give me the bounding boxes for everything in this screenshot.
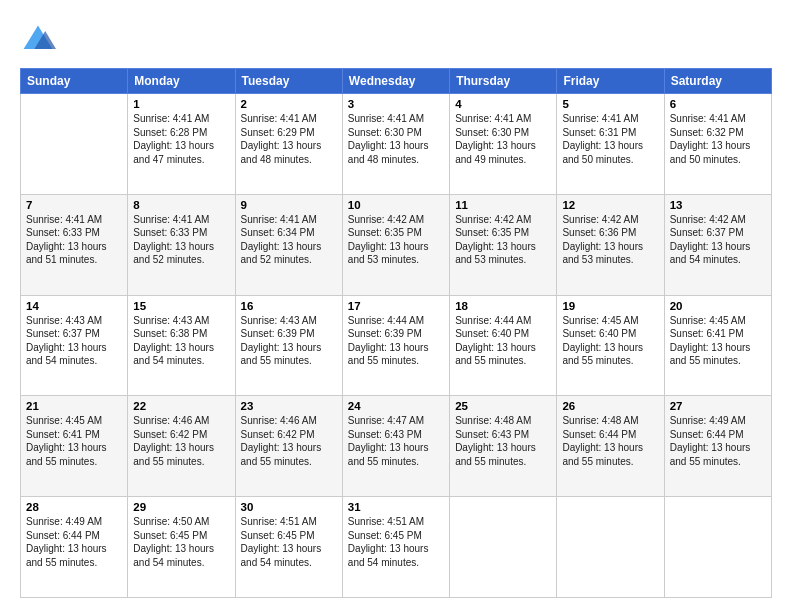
calendar-week-row: 21Sunrise: 4:45 AM Sunset: 6:41 PM Dayli… [21,396,772,497]
cell-content: Sunrise: 4:44 AM Sunset: 6:40 PM Dayligh… [455,314,551,368]
calendar-week-row: 14Sunrise: 4:43 AM Sunset: 6:37 PM Dayli… [21,295,772,396]
day-number: 1 [133,98,229,110]
calendar-cell: 4Sunrise: 4:41 AM Sunset: 6:30 PM Daylig… [450,94,557,195]
calendar-cell: 25Sunrise: 4:48 AM Sunset: 6:43 PM Dayli… [450,396,557,497]
day-number: 18 [455,300,551,312]
day-number: 26 [562,400,658,412]
day-number: 19 [562,300,658,312]
day-number: 12 [562,199,658,211]
cell-content: Sunrise: 4:48 AM Sunset: 6:44 PM Dayligh… [562,414,658,468]
cell-content: Sunrise: 4:41 AM Sunset: 6:28 PM Dayligh… [133,112,229,166]
day-number: 23 [241,400,337,412]
cell-content: Sunrise: 4:47 AM Sunset: 6:43 PM Dayligh… [348,414,444,468]
day-number: 5 [562,98,658,110]
day-number: 25 [455,400,551,412]
calendar-cell: 9Sunrise: 4:41 AM Sunset: 6:34 PM Daylig… [235,194,342,295]
day-header-tuesday: Tuesday [235,69,342,94]
cell-content: Sunrise: 4:51 AM Sunset: 6:45 PM Dayligh… [241,515,337,569]
cell-content: Sunrise: 4:50 AM Sunset: 6:45 PM Dayligh… [133,515,229,569]
cell-content: Sunrise: 4:43 AM Sunset: 6:39 PM Dayligh… [241,314,337,368]
cell-content: Sunrise: 4:46 AM Sunset: 6:42 PM Dayligh… [133,414,229,468]
cell-content: Sunrise: 4:41 AM Sunset: 6:33 PM Dayligh… [133,213,229,267]
day-number: 6 [670,98,766,110]
calendar-week-row: 1Sunrise: 4:41 AM Sunset: 6:28 PM Daylig… [21,94,772,195]
calendar-cell: 16Sunrise: 4:43 AM Sunset: 6:39 PM Dayli… [235,295,342,396]
cell-content: Sunrise: 4:43 AM Sunset: 6:38 PM Dayligh… [133,314,229,368]
day-number: 16 [241,300,337,312]
calendar-cell: 22Sunrise: 4:46 AM Sunset: 6:42 PM Dayli… [128,396,235,497]
calendar-cell: 21Sunrise: 4:45 AM Sunset: 6:41 PM Dayli… [21,396,128,497]
day-number: 17 [348,300,444,312]
day-header-friday: Friday [557,69,664,94]
calendar-week-row: 28Sunrise: 4:49 AM Sunset: 6:44 PM Dayli… [21,497,772,598]
calendar-cell [557,497,664,598]
cell-content: Sunrise: 4:41 AM Sunset: 6:33 PM Dayligh… [26,213,122,267]
cell-content: Sunrise: 4:42 AM Sunset: 6:35 PM Dayligh… [455,213,551,267]
calendar-cell [450,497,557,598]
cell-content: Sunrise: 4:41 AM Sunset: 6:34 PM Dayligh… [241,213,337,267]
calendar-cell: 23Sunrise: 4:46 AM Sunset: 6:42 PM Dayli… [235,396,342,497]
calendar-cell: 8Sunrise: 4:41 AM Sunset: 6:33 PM Daylig… [128,194,235,295]
cell-content: Sunrise: 4:45 AM Sunset: 6:40 PM Dayligh… [562,314,658,368]
logo [20,22,60,58]
cell-content: Sunrise: 4:42 AM Sunset: 6:37 PM Dayligh… [670,213,766,267]
cell-content: Sunrise: 4:42 AM Sunset: 6:35 PM Dayligh… [348,213,444,267]
header [20,18,772,58]
day-header-monday: Monday [128,69,235,94]
calendar-cell: 12Sunrise: 4:42 AM Sunset: 6:36 PM Dayli… [557,194,664,295]
calendar-cell: 27Sunrise: 4:49 AM Sunset: 6:44 PM Dayli… [664,396,771,497]
calendar-cell: 29Sunrise: 4:50 AM Sunset: 6:45 PM Dayli… [128,497,235,598]
day-number: 2 [241,98,337,110]
calendar-cell: 6Sunrise: 4:41 AM Sunset: 6:32 PM Daylig… [664,94,771,195]
calendar-cell: 31Sunrise: 4:51 AM Sunset: 6:45 PM Dayli… [342,497,449,598]
day-number: 27 [670,400,766,412]
logo-icon [20,22,56,58]
calendar-cell [664,497,771,598]
calendar-cell: 7Sunrise: 4:41 AM Sunset: 6:33 PM Daylig… [21,194,128,295]
cell-content: Sunrise: 4:49 AM Sunset: 6:44 PM Dayligh… [670,414,766,468]
cell-content: Sunrise: 4:41 AM Sunset: 6:29 PM Dayligh… [241,112,337,166]
calendar-header-row: SundayMondayTuesdayWednesdayThursdayFrid… [21,69,772,94]
calendar-cell: 1Sunrise: 4:41 AM Sunset: 6:28 PM Daylig… [128,94,235,195]
calendar-cell: 26Sunrise: 4:48 AM Sunset: 6:44 PM Dayli… [557,396,664,497]
calendar-cell [21,94,128,195]
day-number: 3 [348,98,444,110]
calendar-cell: 3Sunrise: 4:41 AM Sunset: 6:30 PM Daylig… [342,94,449,195]
calendar-cell: 28Sunrise: 4:49 AM Sunset: 6:44 PM Dayli… [21,497,128,598]
calendar-cell: 18Sunrise: 4:44 AM Sunset: 6:40 PM Dayli… [450,295,557,396]
cell-content: Sunrise: 4:41 AM Sunset: 6:30 PM Dayligh… [348,112,444,166]
day-number: 28 [26,501,122,513]
calendar-cell: 30Sunrise: 4:51 AM Sunset: 6:45 PM Dayli… [235,497,342,598]
page: SundayMondayTuesdayWednesdayThursdayFrid… [0,0,792,612]
calendar-cell: 15Sunrise: 4:43 AM Sunset: 6:38 PM Dayli… [128,295,235,396]
day-number: 7 [26,199,122,211]
cell-content: Sunrise: 4:44 AM Sunset: 6:39 PM Dayligh… [348,314,444,368]
day-number: 4 [455,98,551,110]
day-header-sunday: Sunday [21,69,128,94]
cell-content: Sunrise: 4:49 AM Sunset: 6:44 PM Dayligh… [26,515,122,569]
calendar-cell: 10Sunrise: 4:42 AM Sunset: 6:35 PM Dayli… [342,194,449,295]
day-number: 8 [133,199,229,211]
calendar-cell: 17Sunrise: 4:44 AM Sunset: 6:39 PM Dayli… [342,295,449,396]
day-number: 21 [26,400,122,412]
calendar-cell: 20Sunrise: 4:45 AM Sunset: 6:41 PM Dayli… [664,295,771,396]
cell-content: Sunrise: 4:41 AM Sunset: 6:31 PM Dayligh… [562,112,658,166]
day-number: 31 [348,501,444,513]
cell-content: Sunrise: 4:45 AM Sunset: 6:41 PM Dayligh… [670,314,766,368]
day-header-wednesday: Wednesday [342,69,449,94]
calendar-cell: 19Sunrise: 4:45 AM Sunset: 6:40 PM Dayli… [557,295,664,396]
cell-content: Sunrise: 4:43 AM Sunset: 6:37 PM Dayligh… [26,314,122,368]
calendar-cell: 11Sunrise: 4:42 AM Sunset: 6:35 PM Dayli… [450,194,557,295]
day-header-saturday: Saturday [664,69,771,94]
day-number: 22 [133,400,229,412]
day-number: 15 [133,300,229,312]
calendar-cell: 2Sunrise: 4:41 AM Sunset: 6:29 PM Daylig… [235,94,342,195]
day-number: 13 [670,199,766,211]
calendar-cell: 24Sunrise: 4:47 AM Sunset: 6:43 PM Dayli… [342,396,449,497]
day-header-thursday: Thursday [450,69,557,94]
cell-content: Sunrise: 4:42 AM Sunset: 6:36 PM Dayligh… [562,213,658,267]
cell-content: Sunrise: 4:41 AM Sunset: 6:30 PM Dayligh… [455,112,551,166]
cell-content: Sunrise: 4:51 AM Sunset: 6:45 PM Dayligh… [348,515,444,569]
calendar-cell: 13Sunrise: 4:42 AM Sunset: 6:37 PM Dayli… [664,194,771,295]
cell-content: Sunrise: 4:48 AM Sunset: 6:43 PM Dayligh… [455,414,551,468]
